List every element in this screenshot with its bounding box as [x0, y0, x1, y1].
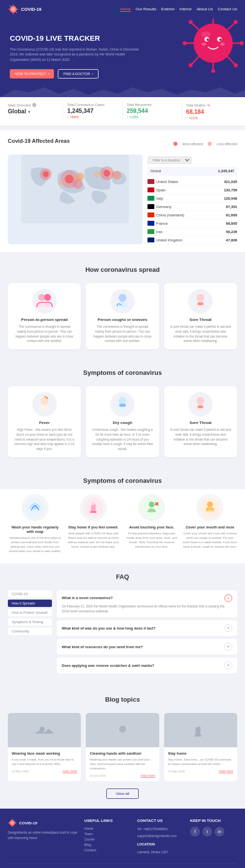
faq-question-1: What kind of wax do you use & how long d…	[62, 626, 155, 631]
footer-copyright: © DESIGNMANTIA ALL RIGHTS RESERVED.	[8, 864, 237, 868]
find-doctor-button[interactable]: FIND A DOCTOR ›	[58, 69, 98, 79]
faq-cat-1[interactable]: How it Spreads	[8, 600, 52, 607]
view-all-container: View all	[8, 788, 237, 799]
footer-link-blog[interactable]: Blog	[84, 843, 131, 846]
footer-link-team[interactable]: Team	[84, 832, 131, 836]
facebook-icon[interactable]: f	[190, 827, 200, 837]
count-spain: 130,759	[224, 188, 237, 192]
prev-card-0: Wash your hands regularly with soap Hand…	[8, 494, 62, 553]
stat-deaths-value: 68,184	[186, 108, 237, 115]
affected-area-content: Filter to a location Global 1,245,347 Un…	[8, 155, 237, 244]
svg-rect-75	[195, 735, 201, 736]
spread-text-2: A sore throat can make it painful to eat…	[170, 324, 231, 343]
prevention-heading: Symptoms of coronavirus	[0, 467, 245, 489]
svg-point-27	[207, 39, 209, 41]
svg-point-31	[201, 31, 211, 37]
hero-silhouette	[0, 85, 245, 97]
blog-read-2[interactable]: read more	[219, 769, 233, 773]
faq-cat-4[interactable]: Community	[8, 628, 52, 635]
instagram-icon[interactable]: in	[215, 827, 224, 837]
svg-point-39	[65, 175, 74, 184]
view-all-button[interactable]: View all	[106, 789, 138, 799]
svg-rect-58	[197, 405, 203, 408]
blog-text-0: If you wear a mask, then you must know h…	[12, 758, 77, 766]
country-row-germany: Germany 97,351	[147, 203, 237, 211]
footer-link-home[interactable]: Home	[84, 827, 131, 830]
faq-item-0: What is a novel coronavirus? − On Februa…	[57, 590, 237, 618]
stat-deaths-change: ↑ +21%	[186, 116, 237, 120]
footer-location-title: LOCATION	[137, 842, 184, 846]
blog-body-1: Cleaning hands with sanitizer Washing yo…	[86, 747, 159, 781]
svg-point-37	[43, 171, 49, 177]
svg-line-15	[228, 57, 234, 64]
location-filter[interactable]: Filter to a location	[147, 157, 192, 164]
flag-germany	[147, 204, 154, 209]
protect-button[interactable]: HOW TO PROTECT ›	[10, 69, 54, 79]
footer-social-section: KEEP IN TOUCH f t in	[190, 818, 237, 856]
faq-toggle-1[interactable]: +	[224, 624, 232, 632]
nav-link-results[interactable]: Our Results	[136, 7, 156, 12]
footer-social-title: KEEP IN TOUCH	[190, 818, 237, 823]
twitter-icon[interactable]: t	[202, 827, 212, 837]
faq-question-0: What is a novel coronavirus?	[62, 596, 113, 600]
nav-link-exterior[interactable]: Exterior	[161, 7, 175, 12]
footer-link-contact[interactable]: Contact	[84, 848, 131, 852]
stat-cases-change: ↑ +88%	[67, 115, 118, 119]
most-affected-dot	[173, 142, 177, 146]
faq-section: COVID-19 How it Spreads How to Protect Y…	[0, 585, 245, 686]
nav-link-interior[interactable]: Interior	[180, 7, 192, 12]
prev-text-0: Handwashing is one of the best ways to p…	[8, 536, 62, 553]
less-affected-dot	[208, 142, 212, 146]
stat-cases-label: Total Coronavirus Cases	[67, 103, 118, 106]
nav-link-contact[interactable]: Contact Us	[218, 7, 237, 12]
country-france: France	[147, 221, 168, 226]
svg-line-11	[228, 24, 234, 29]
faq-toggle-2[interactable]: +	[224, 643, 232, 651]
blog-img-1	[86, 713, 159, 747]
blog-read-0[interactable]: read more	[63, 769, 77, 773]
blog-read-1[interactable]: read more	[141, 774, 155, 777]
count-uk: 47,806	[226, 238, 237, 242]
blog-footer-1: 23 Oct 2020 read more	[90, 774, 155, 777]
footer-logo: COVID-19	[8, 818, 78, 827]
prev-title-0: Wash your hands regularly with soap	[8, 525, 62, 534]
nav-link-about[interactable]: About Us	[197, 7, 213, 12]
affected-header: Covid-19 Affected Areas Most affected Le…	[8, 138, 237, 150]
faq-toggle-3[interactable]: +	[224, 661, 232, 669]
faq-cat-2[interactable]: How to Protect Yourself	[8, 609, 52, 616]
stats-bar: Stats Overview Global ▾ Total Coronaviru…	[0, 97, 245, 126]
svg-point-77	[11, 821, 14, 824]
spread-icon-1	[110, 289, 135, 314]
country-row-uk: United Kingdom 47,806	[147, 236, 237, 244]
faq-main: What is a novel coronavirus? − On Februa…	[57, 590, 237, 677]
affected-areas-section: Covid-19 Affected Areas Most affected Le…	[0, 130, 245, 252]
faq-question-2: What kind of resources do you need from …	[62, 645, 143, 649]
how-spread-heading: How coronavirus spread	[0, 256, 245, 278]
svg-point-48	[44, 294, 51, 301]
symptom-icon-1	[110, 392, 135, 417]
blog-title-1: Cleaning hands with sanitizer	[90, 751, 155, 756]
svg-point-41	[73, 179, 82, 189]
faq-cat-3[interactable]: Symptoms & Testing	[8, 618, 52, 626]
footer-link-carrier[interactable]: Carrier	[84, 838, 131, 841]
count-germany: 97,351	[226, 205, 237, 209]
nav-link-home[interactable]: Home	[120, 7, 130, 12]
stat-overview-label: Stats Overview	[8, 103, 59, 107]
svg-rect-62	[90, 511, 97, 513]
faq-container: COVID-19 How it Spreads How to Protect Y…	[8, 590, 237, 677]
faq-cat-0[interactable]: COVID-19	[8, 590, 52, 598]
blog-date-0: 15 May 2020	[12, 770, 29, 773]
blog-text-1: Washing your hands can protect you and y…	[90, 758, 155, 771]
svg-rect-70	[35, 723, 54, 737]
blog-body-0: Wearing face mask working If you wear a …	[8, 747, 81, 777]
spread-text-1: The coronavirus is thought to spread mai…	[92, 324, 153, 343]
svg-point-64	[149, 501, 155, 507]
svg-point-20	[189, 63, 193, 67]
faq-toggle-0[interactable]: −	[224, 594, 232, 602]
stat-recovered-label: Total Recovered	[127, 103, 178, 106]
svg-point-8	[194, 24, 233, 63]
navbar: COVID-19 Home Our Results Exterior Inter…	[0, 0, 245, 19]
hero-content: COVID-19 LIVE TRACKER The Coronavirus (C…	[10, 33, 145, 79]
footer-contact-title: CONTACT US	[137, 818, 184, 823]
country-row-france: France 68,605	[147, 219, 237, 228]
